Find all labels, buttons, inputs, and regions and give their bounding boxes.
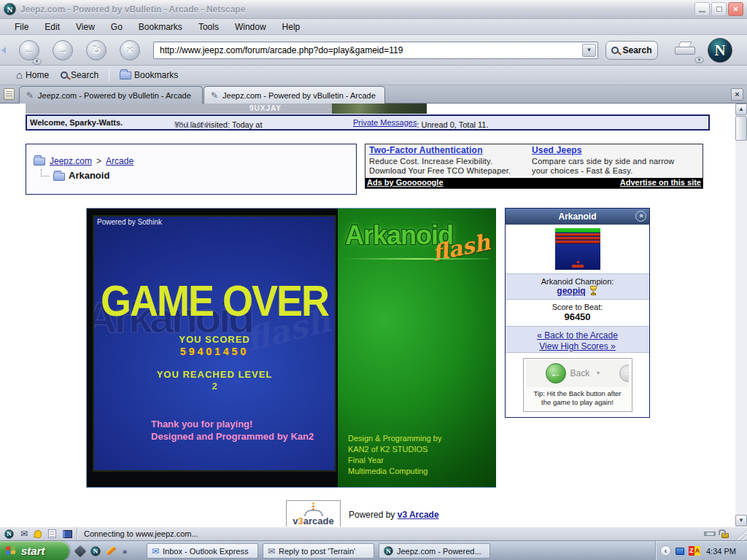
scroll-down-button[interactable]: ▼	[735, 515, 747, 526]
thumb-brick-row	[555, 233, 600, 236]
breadcrumb-arcade-link[interactable]: Arcade	[106, 156, 133, 166]
netscape-status-icon[interactable]: N	[4, 529, 14, 539]
task-label: Jeepz.com - Powered...	[397, 547, 481, 556]
hide-tray-icons-button[interactable]: ‹	[660, 545, 671, 556]
reload-icon: ↻	[92, 44, 101, 56]
stop-button[interactable]: ×	[120, 40, 140, 61]
menu-view[interactable]: View	[74, 21, 96, 33]
back-dropdown-button[interactable]: ▼	[32, 58, 42, 65]
network-tray-icon[interactable]	[676, 548, 684, 555]
taskbar-button-reply-post[interactable]: ✉ Reply to post 'Terrain'	[263, 543, 374, 559]
address-bar[interactable]: http://www.jeepz.com/forum/arcade.php?do…	[153, 42, 598, 59]
menu-tools[interactable]: Tools	[197, 21, 220, 33]
ad-used-jeeps: Used Jeeps Compare cars side by side and…	[532, 146, 703, 176]
tab-jeepz-arcade-2-active[interactable]: ✎ Jeepz.com - Powered by vBulletin - Arc…	[204, 86, 385, 104]
address-book-icon[interactable]	[63, 530, 72, 538]
menu-file[interactable]: File	[13, 21, 30, 33]
netscape-app-icon: N	[4, 3, 16, 15]
tree-branch-icon	[41, 169, 50, 176]
ad-title-link[interactable]: Two-Factor Authentication	[369, 146, 530, 156]
search-button[interactable]: Search	[605, 41, 658, 60]
collapse-icon: «	[637, 214, 646, 218]
ad-title-link[interactable]: Used Jeeps	[532, 146, 703, 156]
toolbar-separator	[109, 69, 109, 82]
quick-launch-icon-3[interactable]	[107, 546, 116, 555]
tip-text: Tip: Hit the Back button after the game …	[524, 389, 632, 407]
game-credits: Design & Programming by KAN2 of K2 STUDI…	[348, 433, 441, 477]
v3arcade-logo[interactable]: v3arcade	[286, 500, 341, 526]
search-bookmark-button[interactable]: Search	[56, 69, 103, 82]
tab-close-button[interactable]: ×	[731, 88, 743, 101]
taskbar-button-outlook-express[interactable]: ✉ Inbox - Outlook Express	[147, 543, 258, 559]
menu-help[interactable]: Help	[281, 21, 302, 33]
minimize-button[interactable]	[694, 2, 710, 16]
menu-go[interactable]: Go	[109, 21, 124, 33]
print-button[interactable]	[675, 42, 697, 56]
taskbar-button-netscape[interactable]: N Jeepz.com - Powered...	[379, 543, 490, 559]
composer-icon[interactable]	[48, 529, 56, 538]
scroll-up-button[interactable]: ▲	[735, 104, 747, 115]
ad-text-line: Download Your Free TCO Whitepaper.	[369, 166, 511, 175]
champion-name-link[interactable]: geopiq	[557, 286, 585, 296]
scroll-up-icon: ▲	[738, 106, 744, 112]
ad-text-line: Reduce Cost. Increase Flexibility.	[369, 157, 492, 166]
navigation-toolbar: ← ▼ → ↻ × http://www.jeepz.com/forum/arc…	[0, 35, 747, 66]
arkanoid-info-panel: Arkanoid « Arkanoid Champion: geopiq	[505, 208, 650, 418]
netscape-throbber-logo[interactable]: N	[708, 38, 732, 63]
status-text: Connecting to www.jeepz.com...	[84, 529, 198, 538]
home-button[interactable]: ⌂ Home	[12, 69, 53, 82]
breadcrumb-site-link[interactable]: Jeepz.com	[50, 156, 92, 166]
last-visited-time: 08:15 AM	[174, 120, 208, 129]
quick-launch-overflow-chevron[interactable]: »	[123, 547, 127, 556]
url-input[interactable]: http://www.jeepz.com/forum/arcade.php?do…	[154, 45, 582, 55]
reload-button[interactable]: ↻	[86, 40, 107, 61]
ads-by-google-link[interactable]: Ads by Goooooogle	[367, 178, 444, 187]
status-bar: N ✉ Connecting to www.jeepz.com...	[0, 526, 747, 540]
menu-bookmarks[interactable]: Bookmarks	[137, 21, 184, 33]
quick-launch-icon-1[interactable]	[74, 545, 87, 557]
url-dropdown-button[interactable]: ▼	[582, 44, 596, 57]
credit-line: KAN2 of K2 STUDIOS	[348, 445, 427, 454]
credit-line: Design & Programming by	[348, 434, 441, 443]
bookmarks-button[interactable]: Bookmarks	[115, 69, 182, 82]
forward-button[interactable]: →	[53, 40, 73, 61]
folder-icon	[34, 158, 45, 166]
zonealarm-tray-icon[interactable]: ZA	[689, 546, 700, 556]
quick-launch-netscape-icon[interactable]: N	[90, 546, 101, 556]
page-content: 9UXJAY Welcome, Sparky-Watts. You last v…	[0, 104, 747, 526]
restore-button[interactable]	[711, 2, 727, 16]
start-button[interactable]: start	[0, 541, 69, 560]
tab-pen-icon: ✎	[26, 91, 34, 100]
view-high-scores-link[interactable]: View High Scores »	[539, 341, 616, 351]
close-button[interactable]: ×	[728, 2, 743, 16]
security-unlocked-icon[interactable]	[721, 533, 729, 538]
arkanoid-flash-game[interactable]: Powered by Sothink Arkanoid flash GAME O…	[86, 208, 496, 488]
vertical-scrollbar[interactable]: ▲ ▼	[735, 104, 747, 526]
scrollbar-thumb[interactable]	[735, 116, 747, 141]
powered-by-line: Powered by v3 Arcade	[349, 510, 439, 520]
arkanoid-thumbnail[interactable]	[555, 228, 600, 270]
advertise-link[interactable]: Advertise on this site	[620, 178, 701, 187]
v3-arcade-link[interactable]: v3 Arcade	[398, 510, 439, 520]
chevron-down-icon: ▼	[35, 59, 39, 63]
private-messages-link[interactable]: Private Messages	[353, 118, 417, 127]
tab-jeepz-arcade-1[interactable]: ✎ Jeepz.com - Powered by vBulletin - Arc…	[19, 86, 203, 104]
menu-window[interactable]: Window	[233, 21, 268, 33]
panel-links-section: « Back to the Arcade View High Scores »	[506, 326, 649, 353]
window-title: Jeepz.com - Powered by vBulletin - Arcad…	[20, 4, 245, 15]
menu-edit[interactable]: Edit	[43, 21, 61, 33]
ad-text-line: your choices - Fast & Easy.	[532, 166, 632, 175]
window-resize-grip[interactable]	[735, 528, 747, 540]
aim-buddy-icon[interactable]	[34, 529, 42, 539]
game-screen[interactable]: Powered by Sothink Arkanoid flash GAME O…	[93, 215, 336, 472]
panel-header: Arkanoid «	[506, 209, 649, 225]
tab-list-icon[interactable]	[4, 88, 15, 100]
printer-icon	[675, 47, 695, 55]
title-bar[interactable]: N Jeepz.com - Powered by vBulletin - Arc…	[0, 0, 747, 19]
mail-icon[interactable]: ✉	[20, 529, 28, 538]
print-dropdown-button[interactable]: ▼	[694, 57, 704, 63]
collapse-panel-button[interactable]: «	[635, 211, 646, 222]
back-to-arcade-link[interactable]: « Back to the Arcade	[537, 330, 618, 341]
back-button[interactable]: ←	[19, 40, 39, 61]
toolbar-grippy-icon[interactable]	[1, 47, 6, 54]
